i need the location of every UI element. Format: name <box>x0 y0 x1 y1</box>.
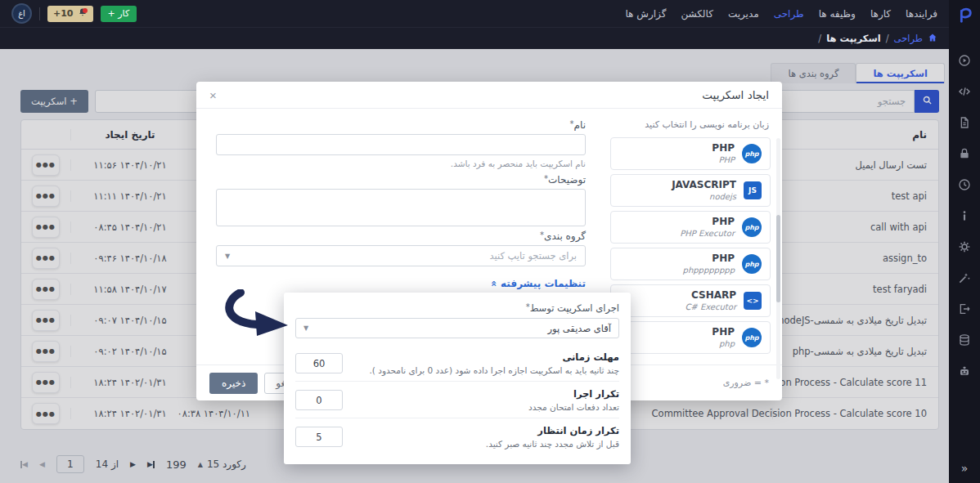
retry-row: تکرار اجرا تعداد دفعات امتحان مجدد <box>295 381 619 418</box>
required-note: * = ضروری <box>695 378 769 388</box>
retry-label: تکرار اجرا <box>528 388 619 400</box>
nav-item-2[interactable]: کارها <box>870 8 891 20</box>
nav-item-1[interactable]: فرایندها <box>906 8 937 20</box>
save-button[interactable]: ذخیره <box>209 373 258 394</box>
breadcrumb: طراحی / اسکریپت ها / <box>0 27 949 49</box>
breadcrumb-separator: / <box>886 33 889 44</box>
right-sidebar: « <box>949 0 980 483</box>
language-title: CSHARP <box>691 289 736 302</box>
new-task-button[interactable]: + کار <box>101 6 137 22</box>
grouping-select[interactable]: برای جستجو تایپ کنید ▼ <box>216 245 586 266</box>
language-badge-icon: php <box>742 254 762 274</box>
notification-dot <box>83 8 88 13</box>
avatar[interactable]: اغ <box>11 3 32 24</box>
settings-gear-icon[interactable] <box>958 240 971 253</box>
language-badge-icon: php <box>742 217 762 237</box>
timeout-input[interactable] <box>295 353 343 373</box>
topbar-divider <box>39 7 40 20</box>
timeout-helper: چند ثانیه باید به اسکریپت اجازه اجرا داد… <box>370 365 620 375</box>
breadcrumb-trailing-separator: / <box>818 33 821 44</box>
retry-wait-label: تکرار زمان انتظار <box>486 425 619 436</box>
double-chevron-down-icon: » <box>488 280 500 287</box>
info-icon[interactable] <box>958 209 971 222</box>
magic-wand-icon[interactable] <box>958 271 971 284</box>
language-section-title: زبان برنامه نویسی را انتخاب کنید <box>612 119 769 130</box>
retry-input[interactable] <box>295 390 343 410</box>
notifications-button[interactable]: +10 <box>47 6 93 22</box>
nav-item-3[interactable]: وظیفه ها <box>819 8 856 20</box>
timeout-row: مهلت زمانی چند ثانیه باید به اسکریپت اجا… <box>295 345 619 381</box>
executor-label: اجرای اسکریپت توسط* <box>295 302 619 314</box>
document-icon[interactable] <box>958 116 971 129</box>
description-label: توضیحات* <box>216 174 586 186</box>
retry-wait-input[interactable] <box>295 427 343 447</box>
nav-item-6[interactable]: کالکشن <box>681 8 713 20</box>
top-navbar: فرایندهاکارهاوظیفه هاطراحیمدیریتکالکشنگز… <box>0 0 949 27</box>
language-title: PHP <box>712 142 735 154</box>
language-badge-icon: JS <box>744 181 762 199</box>
language-title: PHP <box>712 216 735 228</box>
name-helper: نام اسکریپت باید منحصر به فرد باشد. <box>216 159 586 168</box>
language-title: JAVASCRIPT <box>672 179 736 191</box>
sidebar-icon-stack <box>958 45 971 387</box>
breadcrumb-current: اسکریپت ها <box>826 33 881 44</box>
export-icon[interactable] <box>958 302 971 315</box>
language-subtitle: C# Executor <box>685 302 736 312</box>
language-card-php-4[interactable]: phpPHPphpppppppp <box>610 248 771 280</box>
modal-header: ایجاد اسکریپت × <box>196 82 782 109</box>
name-input[interactable] <box>216 134 586 155</box>
language-card-php-3[interactable]: phpPHPPHP Executor <box>610 211 771 244</box>
clock-icon[interactable] <box>958 178 971 191</box>
collapse-sidebar-button[interactable]: « <box>961 462 969 475</box>
annotation-arrow <box>221 289 291 337</box>
scrollbar-thumb[interactable] <box>776 215 780 302</box>
nav-item-5[interactable]: مدیریت <box>728 8 759 20</box>
language-subtitle: PHP <box>718 154 735 165</box>
language-badge-icon: php <box>742 144 762 163</box>
executor-value: آقای صدیقی پور <box>547 323 611 334</box>
robot-icon[interactable] <box>958 364 971 378</box>
name-label: نام* <box>216 119 586 131</box>
timeout-label: مهلت زمانی <box>370 351 620 363</box>
database-icon[interactable] <box>958 333 971 347</box>
play-circle-icon[interactable] <box>958 54 971 67</box>
language-subtitle: php <box>719 338 735 349</box>
language-badge-icon: php <box>742 328 762 347</box>
advanced-settings-link[interactable]: تنظیمات پیشرفته » <box>491 278 586 289</box>
description-textarea[interactable] <box>216 189 586 226</box>
retry-helper: تعداد دفعات امتحان مجدد <box>528 402 619 412</box>
modal-title: ایجاد اسکریپت <box>702 88 769 101</box>
lock-icon[interactable] <box>958 147 971 160</box>
retry-wait-helper: قبل از تلاش مجدد چند ثانیه صبر کنید. <box>486 439 619 449</box>
language-list-scrollbar <box>776 138 780 379</box>
retry-wait-row: تکرار زمان انتظار قبل از تلاش مجدد چند ث… <box>295 418 619 454</box>
language-subtitle: nodejs <box>709 191 736 202</box>
language-subtitle: PHP Executor <box>680 228 735 239</box>
language-list: phpPHPPHPJSJAVASCRIPTnodejsphpPHPPHP Exe… <box>610 137 771 354</box>
language-subtitle: phpppppppp <box>683 265 735 275</box>
user-area: اغ +10 + کار <box>11 3 137 24</box>
home-icon[interactable] <box>928 33 937 45</box>
grouping-placeholder: برای جستجو تایپ کنید <box>489 250 577 262</box>
close-icon[interactable]: × <box>209 89 217 101</box>
language-title: PHP <box>712 253 735 265</box>
app-logo[interactable] <box>955 6 973 24</box>
language-card-php-1[interactable]: phpPHPPHP <box>610 137 771 170</box>
nav-item-4[interactable]: طراحی <box>774 8 804 20</box>
language-card-csharp-5[interactable]: <>CSHARPC# Executor <box>610 284 771 317</box>
language-card-php-6[interactable]: phpPHPphp <box>610 321 771 354</box>
language-badge-icon: <> <box>744 292 762 310</box>
nav-item-7[interactable]: گزارش ها <box>625 8 666 20</box>
breadcrumb-section[interactable]: طراحی <box>894 33 923 44</box>
main-menu: فرایندهاکارهاوظیفه هاطراحیمدیریتکالکشنگز… <box>625 8 937 20</box>
notification-count: +10 <box>53 8 74 19</box>
language-title: PHP <box>712 326 735 338</box>
grouping-label: گروه بندی* <box>216 230 586 242</box>
executor-select[interactable]: آقای صدیقی پور ▼ <box>295 318 619 338</box>
language-card-javascript-2[interactable]: JSJAVASCRIPTnodejs <box>610 174 771 207</box>
advanced-settings-panel: اجرای اسکریپت توسط* آقای صدیقی پور ▼ مهل… <box>284 293 631 464</box>
code-icon[interactable] <box>958 85 971 98</box>
chevron-down-icon: ▼ <box>303 324 308 332</box>
chevron-down-icon: ▼ <box>225 253 230 260</box>
